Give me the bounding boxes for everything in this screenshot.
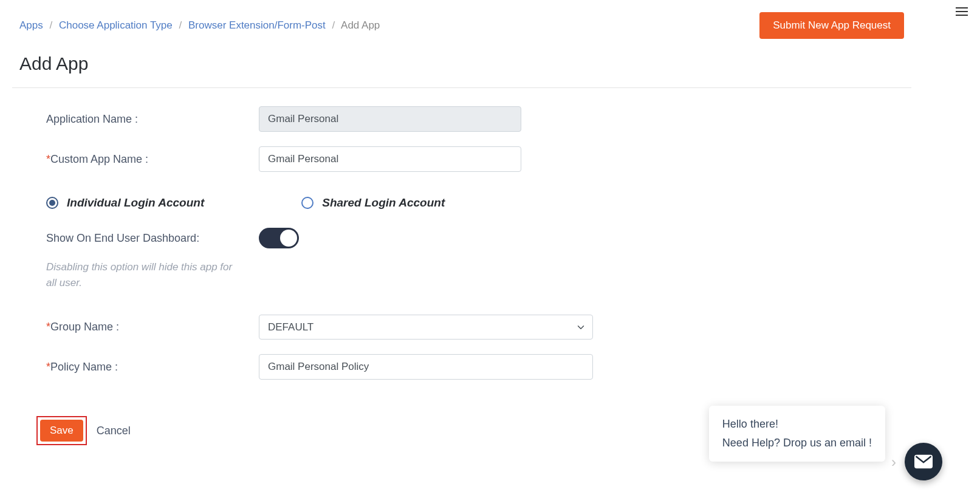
show-dashboard-help: Disabling this option will hide this app… — [46, 259, 235, 290]
chat-popup: Hello there! Need Help? Drop us an email… — [709, 406, 885, 462]
save-button[interactable]: Save — [40, 420, 83, 442]
breadcrumb-browser-extension[interactable]: Browser Extension/Form-Post — [188, 19, 326, 31]
submit-new-app-button[interactable]: Submit New App Request — [759, 12, 904, 39]
application-name-label: Application Name : — [46, 113, 259, 126]
breadcrumb: Apps / Choose Application Type / Browser… — [19, 19, 380, 32]
cancel-button[interactable]: Cancel — [97, 425, 131, 437]
custom-app-name-input[interactable] — [259, 146, 521, 172]
scroll-indicator: › — [891, 454, 896, 471]
group-name-select[interactable]: DEFAULT — [259, 315, 593, 340]
application-name-input — [259, 106, 521, 132]
show-dashboard-toggle[interactable] — [259, 228, 299, 248]
breadcrumb-choose-type[interactable]: Choose Application Type — [59, 19, 173, 31]
radio-shared-label: Shared Login Account — [322, 196, 445, 210]
policy-name-label: *Policy Name : — [46, 361, 259, 374]
show-dashboard-label: Show On End User Dashboard: — [46, 232, 259, 245]
hamburger-menu[interactable] — [956, 7, 968, 16]
save-highlight-box: Save — [36, 416, 87, 445]
breadcrumb-apps[interactable]: Apps — [19, 19, 43, 31]
group-name-label: *Group Name : — [46, 321, 259, 333]
radio-individual-login[interactable] — [46, 197, 58, 209]
radio-individual-label: Individual Login Account — [67, 196, 204, 210]
custom-app-name-label: *Custom App Name : — [46, 153, 259, 166]
chat-help-text: Need Help? Drop us an email ! — [722, 437, 872, 449]
mail-icon — [914, 454, 933, 469]
breadcrumb-current: Add App — [341, 19, 380, 31]
page-title: Add App — [19, 53, 911, 74]
chat-greeting: Hello there! — [722, 418, 872, 431]
chat-bubble-button[interactable] — [905, 443, 942, 480]
policy-name-input[interactable] — [259, 354, 593, 380]
radio-shared-login[interactable] — [301, 197, 314, 209]
